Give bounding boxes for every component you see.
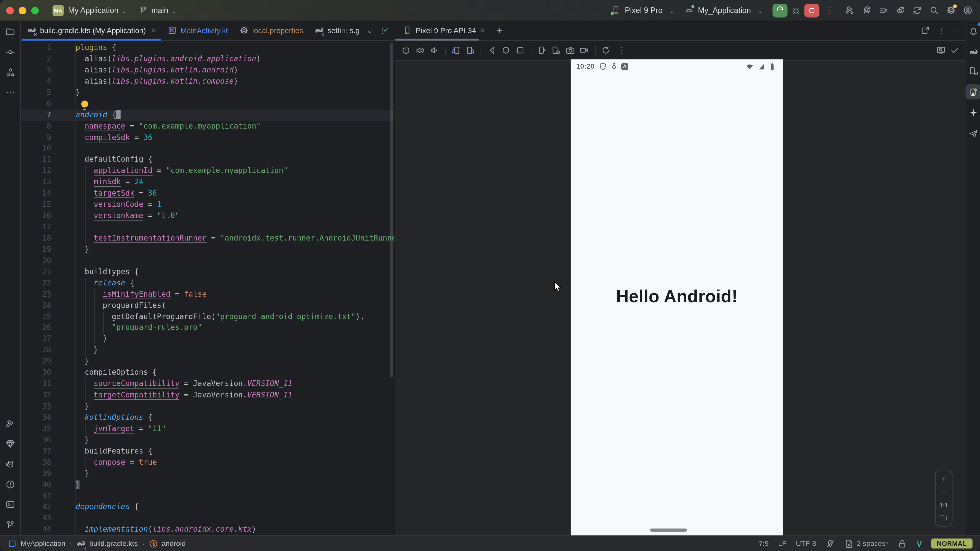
structure-icon[interactable] [3, 64, 18, 79]
kebab-menu-icon[interactable]: ⋮ [615, 46, 627, 55]
close-tab-icon[interactable]: ✕ [151, 27, 156, 34]
device-manager-icon[interactable] [966, 63, 980, 78]
code-editor[interactable]: 1plugins {2 alias(libs.plugins.android.a… [21, 41, 394, 535]
breadcrumb-item[interactable]: android [148, 539, 186, 548]
tab-mainactivity[interactable]: MainActivity.kt [162, 21, 234, 40]
screen-record-icon[interactable] [579, 46, 589, 55]
sync-project-icon[interactable] [913, 6, 922, 15]
intention-bulb-icon[interactable] [81, 100, 88, 107]
hide-icon[interactable]: — [953, 27, 958, 33]
power-icon[interactable] [401, 46, 410, 55]
more-tools-icon[interactable] [3, 85, 18, 100]
code-line[interactable]: 26 "proguard-rules.pro" [21, 323, 394, 334]
code-line[interactable]: 10 [21, 143, 394, 155]
code-line[interactable]: 22 release { [21, 278, 394, 289]
code-line[interactable]: 19 } [21, 244, 394, 256]
code-line[interactable]: 35 jvmTarget = "11" [21, 424, 394, 435]
editor-scrollbar[interactable] [390, 43, 393, 377]
running-devices-icon[interactable] [966, 84, 980, 100]
breadcrumb-item[interactable]: MyApplication [7, 539, 65, 548]
code-line[interactable]: 36 } [21, 435, 394, 446]
version-control-icon[interactable] [3, 517, 18, 532]
code-line[interactable]: 39 } [21, 468, 394, 480]
open-in-window-icon[interactable] [921, 25, 930, 35]
fit-to-window-icon[interactable] [941, 515, 947, 520]
branch-menu[interactable]: main [151, 6, 168, 14]
highlighting-pin-off-icon[interactable] [826, 539, 835, 548]
line-ending[interactable]: LF [778, 540, 787, 547]
maximize-window-button[interactable] [31, 6, 38, 14]
tab-build-gradle[interactable]: Kbuild.gradle.kts (My Application)✕ [21, 21, 162, 40]
code-line[interactable]: 40} [21, 480, 394, 491]
profiler-icon[interactable] [879, 6, 888, 15]
snapshot-reset-icon[interactable] [601, 46, 611, 55]
code-line[interactable]: 21 buildTypes { [21, 267, 394, 278]
code-line[interactable]: 15 versionCode = 1 [21, 200, 394, 211]
attach-debugger-icon[interactable] [896, 6, 905, 15]
unlock-icon[interactable] [898, 539, 907, 548]
code-line[interactable]: 30 compileOptions { [21, 367, 394, 379]
code-line[interactable]: 13 minSdk = 24 [21, 177, 394, 188]
build-icon[interactable] [3, 416, 18, 431]
search-everywhere-icon[interactable] [929, 6, 939, 15]
gradle-icon[interactable] [966, 44, 980, 59]
display-search-icon[interactable] [936, 46, 945, 55]
code-line[interactable]: 11 defaultConfig { [21, 155, 394, 166]
code-line[interactable]: 29 } [21, 356, 394, 368]
code-line[interactable]: 17 [21, 222, 394, 233]
device-tab[interactable]: Pixel 9 Pro API 34 ✕ [395, 21, 490, 40]
stop-button[interactable] [804, 3, 819, 17]
minimize-window-button[interactable] [19, 6, 26, 14]
ok-check-icon[interactable] [950, 46, 959, 55]
close-window-button[interactable] [6, 6, 14, 14]
close-icon[interactable]: ✕ [480, 27, 485, 34]
app-quality-insights-icon[interactable] [3, 436, 18, 451]
rotate-left-icon[interactable] [451, 46, 461, 55]
indent-setting[interactable]: 2 spaces* [844, 539, 888, 548]
commit-icon[interactable] [3, 44, 18, 59]
run-configuration-selector[interactable]: My_Application [698, 6, 751, 14]
code-line[interactable]: 31 sourceCompatibility = JavaVersion.VER… [21, 379, 394, 390]
code-line[interactable]: 18 testInstrumentationRunner = "androidx… [21, 233, 394, 244]
back-icon[interactable] [487, 46, 496, 55]
device-selector[interactable]: Pixel 9 Pro [625, 6, 662, 14]
code-line[interactable]: 23 isMinifyEnabled = false [21, 289, 394, 300]
camera-snapshot-icon[interactable] [565, 46, 575, 55]
add-device-tab-button[interactable]: ＋ [495, 25, 504, 36]
code-line[interactable]: 7android { [21, 110, 394, 121]
code-line[interactable]: 5} [21, 87, 394, 98]
navigation-handle[interactable] [650, 529, 687, 531]
volume-up-icon[interactable] [415, 46, 425, 55]
project-folder-icon[interactable] [3, 24, 18, 39]
ideavim-icon[interactable]: V [916, 539, 922, 548]
zoom-out-button[interactable]: − [942, 489, 946, 495]
send-feedback-plane-icon[interactable] [966, 125, 980, 141]
profiler-cat-icon[interactable] [3, 457, 18, 472]
code-line[interactable]: 27 ) [21, 334, 394, 345]
code-line[interactable]: 34 kotlinOptions { [21, 412, 394, 424]
device-settings-icon[interactable] [551, 46, 561, 55]
code-line[interactable]: 12 applicationId = "com.example.myapplic… [21, 166, 394, 177]
caret-position[interactable]: 7:9 [759, 540, 769, 547]
code-line[interactable]: 3 alias(libs.plugins.kotlin.android) [21, 65, 394, 76]
home-icon[interactable] [501, 46, 511, 55]
code-line[interactable]: 14 targetSdk = 36 [21, 188, 394, 200]
code-line[interactable]: 20 [21, 256, 394, 267]
kebab-menu-icon[interactable]: ⋮ [823, 6, 835, 15]
code-line[interactable]: 16 versionName = "1.0" [21, 210, 394, 222]
breadcrumb-item[interactable]: Kbuild.gradle.kts [76, 539, 138, 548]
code-line[interactable]: 33 } [21, 401, 394, 412]
emulator-screen[interactable]: 10:20 A Hello Android! [571, 59, 783, 535]
tab-settings-gradle[interactable]: Ksettings.g [309, 21, 365, 40]
code-line[interactable]: 37 buildFeatures { [21, 446, 394, 457]
profile-avatar-icon[interactable] [963, 6, 973, 15]
problems-icon[interactable] [3, 477, 18, 492]
code-line[interactable]: 44 implementation(libs.androidx.core.ktx… [21, 524, 394, 535]
project-name-menu[interactable]: My Application [68, 6, 118, 14]
fold-icon[interactable] [537, 46, 547, 55]
volume-down-icon[interactable] [429, 46, 439, 55]
code-line[interactable]: 25 getDefaultProguardFile("proguard-andr… [21, 311, 394, 323]
code-line[interactable]: 6 [21, 98, 394, 110]
overview-icon[interactable] [515, 46, 525, 55]
code-line[interactable]: 43 [21, 513, 394, 524]
